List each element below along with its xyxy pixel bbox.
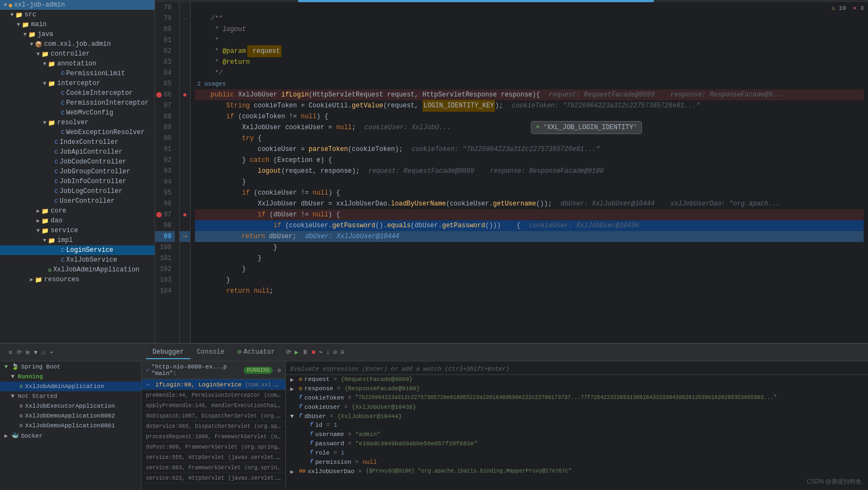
tab-debugger[interactable]: Debugger xyxy=(146,346,191,359)
tab-console[interactable]: Console xyxy=(191,346,231,359)
tab-actuator[interactable]: ⚙ Actuator xyxy=(231,346,282,359)
code-line-78 xyxy=(195,2,864,13)
frame-item-9[interactable]: service:623, HttpServlet (javax.servlet.… xyxy=(142,473,285,483)
code-line-84: */ xyxy=(195,68,864,78)
tree-annotation[interactable]: ▼ 📁 annotation xyxy=(0,59,155,69)
tree-usercontroller[interactable]: C UserController xyxy=(0,196,155,206)
tree-core[interactable]: ▶ 📁 core xyxy=(0,206,155,216)
stepover-icon[interactable]: ↷ xyxy=(319,348,322,356)
tree-jobapicontroller[interactable]: C JobApiController xyxy=(0,147,155,157)
frame-item-3[interactable]: doDispatch:1067, DispatcherServlet (org.… xyxy=(142,411,285,421)
bottom-panel: ≡ ⟳ ⊞ ▼ ⌂ + Debugger Console ⚙ Actuator … xyxy=(0,343,868,490)
tree-indexcontroller[interactable]: C IndexController xyxy=(0,137,155,147)
tree-service[interactable]: ▼ 📁 service xyxy=(0,226,155,235)
file-tree: ▼ ◼ xxl-job-admin ▼ 📁 src ▼ 📁 main ▼ 📁 j… xyxy=(0,0,155,343)
resume-icon[interactable]: ▶ xyxy=(295,348,298,356)
frame-item-5[interactable]: processRequest:1006, FrameworkServlet (o… xyxy=(142,432,285,442)
code-line-98: if (cookieUser. getPassword (). equals (… xyxy=(195,220,864,231)
evaluate-expression-input[interactable]: Evaluate expression (Enter) or add a wat… xyxy=(286,364,868,375)
expand-arrow: ▼ xyxy=(2,2,9,8)
var-response: ▶ ⊙ response = {ResponseFacade@9100} xyxy=(286,384,868,394)
tree-resources[interactable]: ▶ 📁 resources xyxy=(0,275,155,285)
tree-cookieinterceptor[interactable]: C CookieInterceptor xyxy=(0,88,155,98)
code-line-100: } xyxy=(195,242,864,253)
code-line-88: if (cookieToken != null ) { xyxy=(195,111,864,122)
tree-java[interactable]: ▼ 📁 java xyxy=(0,29,155,39)
code-line-101: } xyxy=(195,253,864,264)
tree-impl[interactable]: ▼ 📁 impl xyxy=(0,235,155,245)
execution-arrow: → xyxy=(183,233,187,240)
src-arrow: ▼ xyxy=(9,12,15,18)
var-cookieuser: ▶ f cookieUser = {XxlJobUser@10436} xyxy=(286,403,868,412)
error-count: ⚠ 10 ✕ 3 xyxy=(832,4,864,11)
tree-webexceptionresolver[interactable]: C WebExceptionResolver xyxy=(0,128,155,137)
var-cookietoken: ▶ f cookieToken = "7b226964223a312c22757… xyxy=(286,394,868,403)
tree-webmvcconfig[interactable]: C WebMvcConfig xyxy=(0,108,155,118)
services-tab-header: ≡ ⟳ ⊞ ▼ ⌂ + xyxy=(4,349,146,356)
code-line-97: if (dbUser != null ) { xyxy=(195,209,864,220)
var-role: ▶ f role = 1 xyxy=(286,449,868,458)
code-line-80: * logout xyxy=(195,24,864,35)
service-subgroup-running[interactable]: ▼ Running xyxy=(0,372,141,382)
code-line-89: XxlJobUser cookieUser = null ; cookieUse… xyxy=(195,122,864,133)
service-item-xxljobadmin[interactable]: ⚙ XxlJobAdminApplication xyxy=(0,382,141,391)
tree-jobcodecontroller[interactable]: C JobCodeController xyxy=(0,157,155,167)
frames-icon[interactable]: ≡ xyxy=(340,349,344,356)
frame-item-7[interactable]: service:555, HttpServlet (javax.servlet.… xyxy=(142,452,285,463)
service-group-docker[interactable]: ▶ 🐳 Docker xyxy=(0,431,141,441)
tree-com-xxl[interactable]: ▼ 📦 com.xxl.job.admin xyxy=(0,39,155,49)
debugger-frames: ✓ *http-nio-8080-ex...p "main": RUNNING … xyxy=(142,361,286,490)
tree-loginservice[interactable]: C LoginService xyxy=(0,245,155,255)
tree-controller[interactable]: ▼ 📁 controller xyxy=(0,49,155,59)
service-item-xxljobdemo8081[interactable]: ⚙ XxlJobDemoApplication8081 xyxy=(0,421,141,431)
bottom-tabs: ≡ ⟳ ⊞ ▼ ⌂ + Debugger Console ⚙ Actuator … xyxy=(0,344,868,361)
tree-interceptor[interactable]: ▼ 📁 interceptor xyxy=(0,78,155,88)
code-line-82: * @param request xyxy=(195,46,864,57)
tree-src[interactable]: ▼ 📁 src xyxy=(0,10,155,20)
code-line-87: String cookieToken = CookieUtil. getValu… xyxy=(195,100,864,111)
frame-item-1[interactable]: preHandle:44, PermissionInterceptor (com… xyxy=(142,390,285,401)
code-line-95: if (cookieUser != null ) { xyxy=(195,187,864,198)
filter-icon[interactable]: ⊝ xyxy=(333,348,337,356)
frame-item-6[interactable]: doPost:909, FrameworkServlet (org.spring… xyxy=(142,442,285,452)
frame-item-0[interactable]: ⇒ ifLogin:98, LoginService (com.xxl.job.… xyxy=(142,379,285,390)
code-line-79: /** xyxy=(195,13,864,24)
tree-jobinfocontroller[interactable]: C JobInfoController xyxy=(0,177,155,186)
service-group-springboot[interactable]: ▼ 🍃 Spring Boot xyxy=(0,361,141,372)
pause-icon[interactable]: ⏸ xyxy=(302,348,308,356)
tree-permissionlimit[interactable]: © PermissionLimit xyxy=(0,69,155,78)
tree-xxljobadminapplication[interactable]: ⚙ XxlJobAdminApplication xyxy=(0,265,155,275)
frame-item-2[interactable]: applyPreHandle:148, HandlerExecutionChai… xyxy=(142,401,285,411)
rerun-icon[interactable]: ⟳ xyxy=(286,348,291,356)
code-line-86: public XxlJobUser ifLogin (HttpServletRe… xyxy=(195,89,864,100)
tree-dao[interactable]: ▶ 📁 dao xyxy=(0,216,155,226)
code-line-81: * xyxy=(195,35,864,46)
stepinto-icon[interactable]: ↓ xyxy=(326,349,330,356)
bottom-content: ▼ 🍃 Spring Boot ▼ Running ⚙ XxlJobAdminA… xyxy=(0,361,868,490)
code-line-90: try { xyxy=(195,133,864,144)
tree-root[interactable]: ▼ ◼ xxl-job-admin xyxy=(0,0,155,10)
tree-permissioninterceptor[interactable]: C PermissionInterceptor xyxy=(0,98,155,108)
service-item-xxljobdemo8082[interactable]: ⚙ XxlJobDemoApplication8082 xyxy=(0,411,141,421)
code-line-104: return null ; xyxy=(195,286,864,297)
frame-item-4[interactable]: doService:965, DispatcherServlet (org.sp… xyxy=(142,421,285,432)
watermark: CSDN @康提扣狗免 xyxy=(807,477,861,486)
tooltip-xxl-job-login-identity: + 'XXL_JOB_LOGIN_IDENTITY' xyxy=(531,121,642,134)
breakpoint-marker-97: ● xyxy=(182,210,187,219)
running-app-label: *http-nio-8080-ex...p "main": xyxy=(151,364,241,377)
code-line-83: * @return xyxy=(195,57,864,68)
stop-icon[interactable]: ■ xyxy=(311,349,315,356)
tree-xxljobservice[interactable]: C XxlJobService xyxy=(0,255,155,265)
code-line-99: return dbUser; dbUser: XxlJobUser@10444 xyxy=(195,231,864,242)
var-username: ▶ f username = "admin" xyxy=(286,430,868,439)
tree-joblogcontroller[interactable]: C JobLogController xyxy=(0,186,155,196)
code-line-94: } xyxy=(195,177,864,187)
tree-jobgroupcontroller[interactable]: C JobGroupController xyxy=(0,167,155,177)
line-numbers: 78 79 80 81 82 83 84 85 86 87 88 89 90 9… xyxy=(155,2,180,343)
tree-resolver[interactable]: ▼ 📁 resolver xyxy=(0,118,155,128)
service-subgroup-notstarted[interactable]: ▼ Not Started xyxy=(0,391,141,401)
service-item-xxljobexecutor[interactable]: ⚙ XxlJobExecutorApplication xyxy=(0,401,141,411)
tree-main[interactable]: ▼ 📁 main xyxy=(0,20,155,29)
filter-frames-icon[interactable]: ⊝ xyxy=(277,367,281,374)
frame-item-8[interactable]: service:883, FrameworkServlet (org.sprin… xyxy=(142,463,285,473)
